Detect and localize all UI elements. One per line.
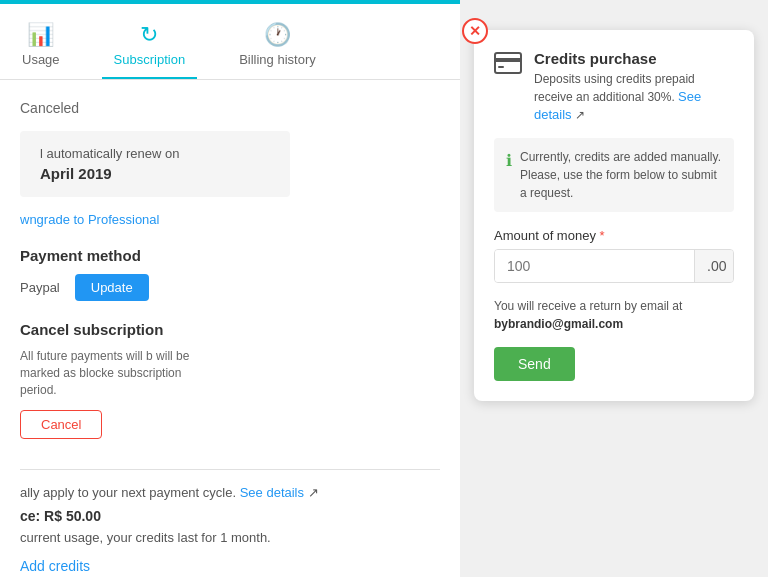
modal-subtitle: Deposits using credits prepaid receive a… bbox=[534, 71, 734, 124]
downgrade-link[interactable]: wngrade to Professional bbox=[20, 212, 440, 227]
info-text: Currently, credits are added manually. P… bbox=[520, 148, 722, 202]
email-info: You will receive a return by email at by… bbox=[494, 297, 734, 333]
tab-subscription[interactable]: ↻ Subscription bbox=[102, 14, 198, 79]
close-button[interactable]: ✕ bbox=[462, 18, 488, 44]
cancel-desc: All future payments will b will be marke… bbox=[20, 348, 220, 398]
tab-subscription-label: Subscription bbox=[114, 52, 186, 67]
modal-card: ✕ Credits purchase Deposits using credit… bbox=[474, 30, 754, 401]
status-label: Canceled bbox=[20, 100, 440, 116]
tab-usage[interactable]: 📊 Usage bbox=[10, 14, 72, 79]
usage-text: current usage, your credits last for 1 m… bbox=[20, 530, 440, 545]
nav-tabs: 📊 Usage ↻ Subscription 🕐 Billing history bbox=[0, 4, 460, 80]
amount-suffix: .00 bbox=[694, 250, 734, 282]
right-panel: ✕ Credits purchase Deposits using credit… bbox=[460, 0, 768, 577]
subscription-icon: ↻ bbox=[140, 22, 158, 48]
svg-rect-1 bbox=[495, 58, 521, 62]
email-address: bybrandio@gmail.com bbox=[494, 317, 623, 331]
amount-input[interactable] bbox=[495, 250, 694, 282]
usage-icon: 📊 bbox=[27, 22, 54, 48]
renew-date: April 2019 bbox=[40, 165, 270, 182]
credit-card-icon bbox=[494, 52, 522, 80]
modal-title: Credits purchase bbox=[534, 50, 734, 67]
info-icon: ℹ bbox=[506, 149, 512, 173]
cancel-title: Cancel subscription bbox=[20, 321, 440, 338]
amount-row: .00 bbox=[494, 249, 734, 283]
renew-label: l automatically renew on bbox=[40, 146, 270, 161]
required-star: * bbox=[600, 228, 605, 243]
add-credits-link[interactable]: Add credits bbox=[20, 558, 90, 574]
amount-label: Amount of money * bbox=[494, 228, 734, 243]
cancel-section: Cancel subscription All future payments … bbox=[20, 321, 440, 439]
paypal-label: Paypal bbox=[20, 280, 60, 295]
send-button[interactable]: Send bbox=[494, 347, 575, 381]
svg-rect-2 bbox=[498, 66, 504, 68]
cancel-button[interactable]: Cancel bbox=[20, 410, 102, 439]
price-text: ce: R$ 50.00 bbox=[20, 508, 440, 524]
see-details-link[interactable]: See details bbox=[240, 485, 304, 500]
info-box: ℹ Currently, credits are added manually.… bbox=[494, 138, 734, 212]
modal-header: Credits purchase Deposits using credits … bbox=[494, 50, 734, 124]
tab-billing-label: Billing history bbox=[239, 52, 316, 67]
payment-section: Payment method Paypal Update Cancel subs… bbox=[20, 247, 440, 439]
plan-box: l automatically renew on April 2019 bbox=[20, 131, 290, 197]
update-button[interactable]: Update bbox=[75, 274, 149, 301]
tab-usage-label: Usage bbox=[22, 52, 60, 67]
payment-title: Payment method bbox=[20, 247, 440, 264]
bottom-section: ally apply to your next payment cycle. S… bbox=[20, 469, 440, 575]
payment-row: Paypal Update bbox=[20, 274, 440, 301]
svg-rect-0 bbox=[495, 53, 521, 73]
tab-billing[interactable]: 🕐 Billing history bbox=[227, 14, 328, 79]
cycle-text: ally apply to your next payment cycle. S… bbox=[20, 485, 440, 500]
billing-icon: 🕐 bbox=[264, 22, 291, 48]
